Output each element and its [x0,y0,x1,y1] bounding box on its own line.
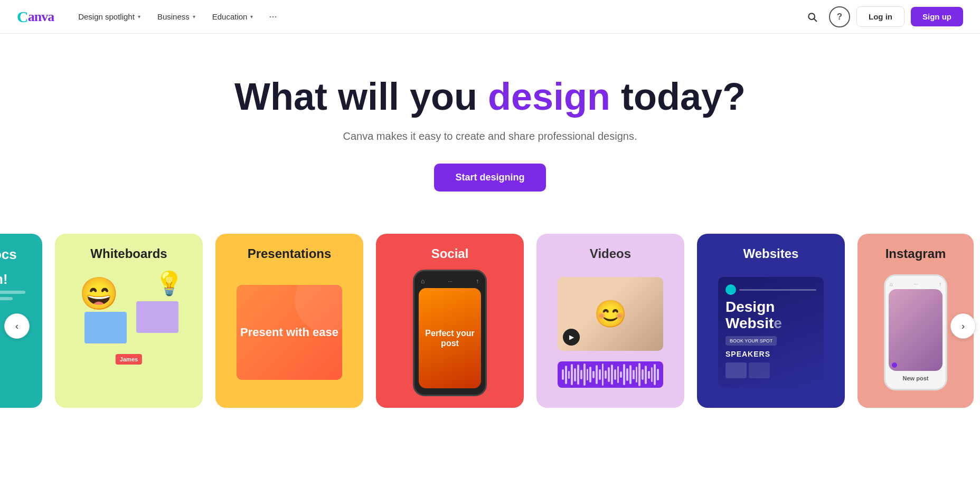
whiteboards-graphic: 😄 💡 James [63,270,194,375]
website-title: DesignWebsite [725,299,816,332]
instagram-post-label: New post [889,373,943,384]
card-whiteboards-label: Whiteboards [90,246,167,261]
hero-title: What will you design today? [11,76,969,118]
carousel-left-arrow[interactable]: ‹ [4,313,30,339]
design-carousel: ‹ Docs Team! group intros of teams White… [0,228,980,424]
hero-section: What will you design today? Canva makes … [0,34,980,218]
card-whiteboards[interactable]: Whiteboards 😄 💡 James [55,234,203,408]
card-social-label: Social [431,246,469,261]
navbar: C anva Design spotlight ▾ Business ▾ Edu… [0,0,980,34]
play-icon: ▶ [563,329,580,346]
sticky-label: James [116,354,142,365]
social-graphic: ⌂ ··· ↑ Perfect your post [384,270,515,396]
chevron-down-icon: ▾ [193,14,195,20]
nav-links: Design spotlight ▾ Business ▾ Education … [71,7,802,26]
nav-item-label: Education [212,12,248,21]
card-docs-label: Docs [0,246,17,263]
chevron-down-icon: ▾ [138,14,140,20]
card-websites[interactable]: Websites DesignWebsite BOOK YOUR SPOT SP… [697,234,845,408]
chevron-down-icon: ▾ [250,14,253,20]
nav-item-education[interactable]: Education ▾ [205,8,261,25]
card-presentations-label: Presentations [248,246,332,261]
nav-item-label: Design spotlight [78,12,135,21]
card-videos-label: Videos [590,246,631,261]
website-subtitle: SPEAKERS [725,350,816,358]
phone-screen: Perfect your post [419,288,481,388]
sticky-note-blue [84,312,127,343]
presentation-inner-text: Present with ease [240,326,338,339]
video-thumbnail: 😊 ▶ [558,277,663,351]
svg-line-1 [814,18,817,21]
card-websites-label: Websites [743,246,799,261]
signup-button[interactable]: Sign up [911,7,963,26]
search-button[interactable] [802,6,823,27]
logo[interactable]: C anva [17,8,54,26]
videos-graphic: 😊 ▶ [545,270,676,395]
nav-right: ? Log in Sign up [802,6,963,27]
start-designing-button[interactable]: Start designing [434,164,545,192]
help-button[interactable]: ? [829,6,850,27]
card-videos[interactable]: Videos 😊 ▶ [536,234,684,408]
carousel-track: Docs Team! group intros of teams Whitebo… [0,228,980,424]
phone-mockup: ⌂ ··· ↑ Perfect your post [413,270,487,396]
smiley-emoji: 😄 [79,275,119,312]
card-instagram-label: Instagram [885,246,946,261]
social-inner-text: Perfect your post [419,324,481,352]
instagram-graphic: ⌂ ··· ↑ New post [866,270,965,395]
websites-graphic: DesignWebsite BOOK YOUR SPOT SPEAKERS [705,270,836,395]
nav-item-label: Business [157,12,190,21]
card-presentations[interactable]: Presentations Present with ease [215,234,363,408]
card-social[interactable]: Social ⌂ ··· ↑ Perfect your post [376,234,524,408]
nav-item-business[interactable]: Business ▾ [150,8,203,25]
audio-waveform [558,361,663,388]
sticky-note-purple [136,301,178,333]
instagram-screen [889,289,943,371]
more-button[interactable]: ··· [262,7,283,26]
presentations-graphic: Present with ease [224,270,355,395]
hero-subtitle: Canva makes it easy to create and share … [11,130,969,142]
login-button[interactable]: Log in [856,6,904,27]
carousel-right-arrow[interactable]: › [950,313,976,339]
website-cta: BOOK YOUR SPOT [725,336,777,346]
nav-item-design-spotlight[interactable]: Design spotlight ▾ [71,8,148,25]
lightbulb-emoji: 💡 [155,270,184,297]
instagram-phone: ⌂ ··· ↑ New post [884,274,947,390]
